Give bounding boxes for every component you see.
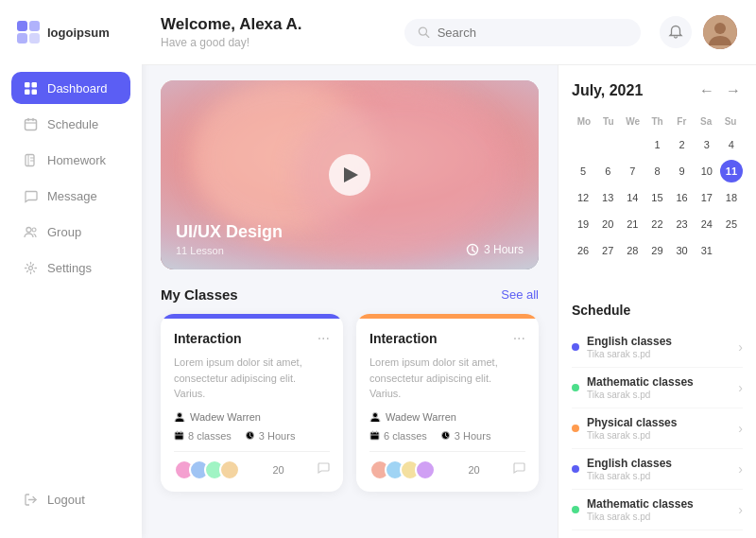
cal-day-14[interactable]: 12 [572,186,594,209]
schedule-title-3: English classes [587,457,672,470]
schedule-title-1: Mathematic classes [587,375,694,389]
day-name-mo: Mo [572,114,596,129]
sidebar-item-message[interactable]: Message [11,180,130,212]
class-card-header-1: Interaction ··· [369,330,525,347]
chat-button-1[interactable] [512,461,525,478]
class-stats-0: 8 classes 3 Hours [174,430,330,442]
cal-day-17[interactable]: 15 [645,186,668,209]
cal-day-12[interactable]: 10 [696,160,718,182]
schedule-item-3[interactable]: English classes Tika sarak s.pd › [572,449,743,490]
schedule-arrow-0: › [738,339,743,355]
schedule-dot-0 [572,343,579,351]
sidebar-item-group[interactable]: Group [11,216,130,248]
cal-next-button[interactable]: → [724,80,743,101]
cal-day-29[interactable]: 27 [596,239,619,262]
schedule-title-2: Physical classes [587,416,677,429]
cal-day-10[interactable]: 8 [645,160,668,182]
sidebar-item-message-label: Message [47,189,97,203]
stat-classes-1: 6 classes [369,430,427,442]
logout-label: Logout [47,493,85,507]
logo-text: logoipsum [47,26,110,40]
duration-text: 3 Hours [484,243,524,256]
teacher-name-1: Wadew Warren [386,411,456,423]
sidebar-item-dashboard-label: Dashboard [47,81,108,95]
logout-button[interactable]: Logout [11,483,130,515]
cal-day-20[interactable]: 18 [720,186,743,209]
avatar[interactable] [703,15,737,49]
calendar-nav: ← → [697,80,743,101]
sidebar-item-settings[interactable]: Settings [11,252,130,284]
svg-rect-4 [25,82,30,88]
svg-rect-3 [29,33,40,43]
class-desc-1: Lorem ipsum dolor sit amet, consectetur … [369,355,525,402]
cal-day-19[interactable]: 17 [696,186,718,209]
cal-day-15[interactable]: 13 [596,186,619,209]
cal-day-6[interactable]: 4 [720,133,743,156]
notification-button[interactable] [660,16,692,48]
cal-day-25[interactable]: 23 [671,213,694,235]
cal-day-11[interactable]: 9 [671,160,694,182]
schedule-left-0: English classes Tika sarak s.pd [572,335,672,359]
cal-day-23[interactable]: 21 [621,213,644,235]
cal-day-33[interactable]: 31 [696,239,718,262]
play-button[interactable] [329,154,370,196]
svg-line-30 [472,251,475,252]
class-menu-0[interactable]: ··· [318,330,330,347]
my-classes-header: My Classes See all [161,286,539,303]
sidebar-item-homework[interactable]: Homework [11,144,130,176]
sidebar-item-dashboard[interactable]: Dashboard [11,72,130,104]
mini-avatar-1-3 [415,460,436,480]
cal-day-22[interactable]: 20 [596,213,619,235]
cal-day-18[interactable]: 16 [671,186,694,209]
classes-row: Interaction ··· Lorem ipsum dolor sit am… [161,314,539,492]
see-all-button[interactable]: See all [501,287,539,302]
schedule-item-5[interactable]: Physical classes Tika sarak s.pd › [572,530,743,538]
day-name-su: Su [718,114,743,129]
cal-day-26[interactable]: 24 [696,213,718,235]
cal-day-7[interactable]: 5 [572,160,594,182]
cal-prev-button[interactable]: ← [697,80,716,101]
cal-day-28[interactable]: 26 [572,239,594,262]
cal-day-30[interactable]: 28 [621,239,644,262]
cal-day-1 [596,133,619,156]
svg-rect-0 [17,21,27,31]
cal-day-3[interactable]: 1 [645,133,668,156]
cal-day-5[interactable]: 3 [696,133,718,156]
schedule-info-4: Mathematic classes Tika sarak s.pd [587,497,694,522]
cal-day-27[interactable]: 25 [720,213,743,235]
subtitle-text: Have a good day! [161,36,386,49]
users-icon [23,224,38,239]
search-input[interactable] [438,26,627,40]
schedule-info-2: Physical classes Tika sarak s.pd [587,416,677,441]
schedule-item-2[interactable]: Physical classes Tika sarak s.pd › [572,408,743,449]
schedule-arrow-3: › [738,461,743,477]
chat-button-0[interactable] [317,461,330,478]
sidebar-item-group-label: Group [47,225,81,239]
schedule-arrow-1: › [738,380,743,395]
schedule-item-0[interactable]: English classes Tika sarak s.pd › [572,327,743,368]
content-area: UI/UX Design 11 Lesson 3 Hours My Classe… [142,65,756,538]
cal-day-0 [572,133,594,156]
logo-icon [15,19,42,45]
cal-day-13[interactable]: 11 [720,160,743,182]
cal-day-16[interactable]: 14 [621,186,644,209]
cal-day-31[interactable]: 29 [645,239,668,262]
cal-day-32[interactable]: 30 [671,239,694,262]
schedule-title-0: English classes [587,335,672,348]
schedule-item-1[interactable]: Mathematic classes Tika sarak s.pd › [572,368,743,408]
hours-icon-0 [245,430,255,441]
cal-day-9[interactable]: 7 [621,160,644,182]
search-bar[interactable] [404,19,641,46]
cal-day-4[interactable]: 2 [671,133,694,156]
cal-day-24[interactable]: 22 [645,213,668,235]
sidebar-item-schedule[interactable]: Schedule [11,108,130,140]
cal-day-21[interactable]: 19 [572,213,594,235]
video-card[interactable]: UI/UX Design 11 Lesson 3 Hours [161,80,539,269]
schedule-item-4[interactable]: Mathematic classes Tika sarak s.pd › [572,490,743,530]
gear-icon [23,260,38,275]
class-menu-1[interactable]: ··· [513,330,525,347]
cal-day-8[interactable]: 6 [596,160,619,182]
class-card-0: Interaction ··· Lorem ipsum dolor sit am… [161,314,343,492]
teacher-icon-0 [174,411,185,423]
chat-icon [23,188,38,203]
